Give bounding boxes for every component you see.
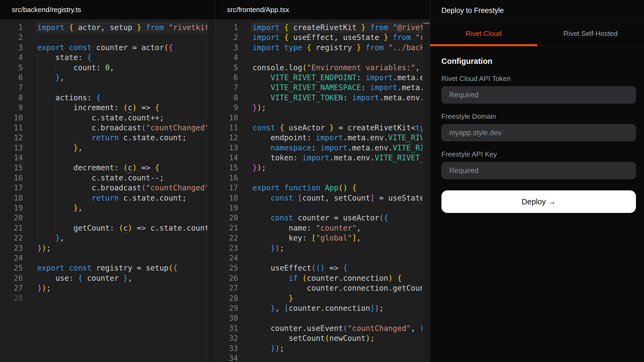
line-number: 8 <box>215 93 238 103</box>
code-line[interactable]: 12 return c.state.count; <box>0 133 215 143</box>
code-line[interactable]: 6 VITE_RIVET_ENDPOINT: import.meta.env.V… <box>215 73 430 83</box>
code-line[interactable]: 17 c.broadcast("countChanged", c.state.c… <box>0 183 215 193</box>
code-line[interactable]: 33 }); <box>215 343 430 353</box>
code-line[interactable]: 16 <box>215 173 430 183</box>
line-number: 30 <box>215 313 238 323</box>
code-line[interactable]: 1import { actor, setup } from "rivetkit"… <box>0 23 215 32</box>
code-line[interactable]: 24 <box>0 253 215 263</box>
code-line[interactable]: 2import { useEffect, useState } from "re… <box>215 32 430 42</box>
vertical-scrollbar[interactable] <box>207 19 215 362</box>
code-text: c.broadcast("countChanged", c.state.coun… <box>36 123 207 133</box>
line-number: 12 <box>215 133 238 143</box>
code-line[interactable]: 5console.log("Environment variables:", { <box>215 63 430 73</box>
code-line[interactable]: 1import { createRivetKit } from "@rivetk… <box>215 23 430 32</box>
code-line[interactable]: 23 }); <box>215 243 430 253</box>
code-text: c.state.count--; <box>36 173 207 183</box>
freestyle-domain-input[interactable] <box>441 124 636 141</box>
code-line[interactable]: 5 count: 0, <box>0 63 215 73</box>
code-line[interactable]: 12 endpoint: import.meta.env.VITE_RIVET_… <box>215 133 430 143</box>
code-text: c.broadcast("countChanged", c.state.coun… <box>36 183 207 193</box>
code-line[interactable]: 14 token: import.meta.env.VITE_RIVET_TOK… <box>215 153 430 163</box>
line-number: 33 <box>215 343 238 353</box>
code-line[interactable]: 26 if (counter.connection) { <box>215 273 430 283</box>
file-title-app: src/frontend/App.tsx <box>215 0 430 19</box>
code-line[interactable]: 2 <box>0 32 215 42</box>
code-line[interactable]: 8 VITE_RIVET_TOKEN: import.meta.env.VITE… <box>215 93 430 103</box>
code-text: name: "counter", <box>251 223 423 233</box>
tab-rivet-self-hosted[interactable]: Rivet Self-Hosted <box>537 21 644 46</box>
code-text: }, <box>36 143 207 153</box>
code-line[interactable]: 7 <box>0 83 215 93</box>
editor-panel-registry: src/backend/registry.ts 1import { actor,… <box>0 0 215 362</box>
code-line[interactable]: 11 c.broadcast("countChanged", c.state.c… <box>0 123 215 133</box>
code-line[interactable]: 14 <box>0 153 215 163</box>
code-line[interactable]: 7 VITE_RIVET_NAMESPACE: import.meta.env.… <box>215 83 430 93</box>
code-line[interactable]: 27}); <box>0 283 215 293</box>
code-line[interactable]: 20 <box>0 213 215 223</box>
code-line[interactable]: 15}); <box>215 163 430 173</box>
code-line[interactable]: 30 <box>215 313 430 323</box>
code-text: use: { counter }, <box>36 273 207 283</box>
code-line[interactable]: 3export const counter = actor({ <box>0 43 215 53</box>
code-line[interactable]: 21 getCount: (c) => c.state.count, <box>0 223 215 233</box>
code-line[interactable]: 23}); <box>0 243 215 253</box>
code-line[interactable]: 28 <box>0 293 215 303</box>
line-number: 2 <box>0 32 23 42</box>
code-editor-app[interactable]: 1import { createRivetKit } from "@rivetk… <box>215 19 430 362</box>
code-line[interactable]: 6 }, <box>0 73 215 83</box>
deploy-button[interactable]: Deploy → <box>441 190 636 213</box>
code-line[interactable]: 20 const counter = useActor({ <box>215 213 430 223</box>
code-line[interactable]: 25export const registry = setup({ <box>0 263 215 273</box>
code-text <box>251 113 423 123</box>
code-line[interactable]: 13 }, <box>0 143 215 153</box>
code-line[interactable]: 31 counter.useEvent("countChanged", (new… <box>215 323 430 333</box>
code-line[interactable]: 3import type { registry } from "../backe… <box>215 43 430 53</box>
code-line[interactable]: 18 return c.state.count; <box>0 193 215 203</box>
line-number: 17 <box>0 183 23 193</box>
code-line[interactable]: 9 increment: (c) => { <box>0 103 215 113</box>
line-number: 29 <box>215 303 238 313</box>
line-number: 28 <box>0 293 23 303</box>
code-line[interactable]: 4 state: { <box>0 53 215 62</box>
vertical-scrollbar[interactable] <box>422 19 430 362</box>
freestyle-api-key-input[interactable] <box>441 162 636 179</box>
code-line[interactable]: 15 decrement: (c) => { <box>0 163 215 173</box>
freestyle-api-key-label: Freestyle API Key <box>441 150 636 158</box>
code-line[interactable]: 25 useEffect(() => { <box>215 263 430 273</box>
code-line[interactable]: 11const { useActor } = createRivetKit<ty… <box>215 123 430 133</box>
code-line[interactable]: 24 <box>215 253 430 263</box>
line-number: 14 <box>0 153 23 163</box>
code-line[interactable]: 10 <box>215 113 430 123</box>
line-number: 31 <box>215 323 238 333</box>
code-line[interactable]: 19 <box>215 203 430 213</box>
line-number: 17 <box>215 183 238 193</box>
code-line[interactable]: 21 name: "counter", <box>215 223 430 233</box>
code-line[interactable]: 27 counter.connection.getCount().then(se… <box>215 283 430 293</box>
code-text: actions: { <box>36 93 207 103</box>
code-line[interactable]: 17export function App() { <box>215 183 430 193</box>
code-line[interactable]: 9}); <box>215 103 430 113</box>
code-line[interactable]: 34 <box>215 353 430 362</box>
code-line[interactable]: 8 actions: { <box>0 93 215 103</box>
line-number: 9 <box>215 103 238 113</box>
deploy-form: Configuration Rivet Cloud API Token Free… <box>430 46 644 213</box>
code-line[interactable]: 29 }, [counter.connection]); <box>215 303 430 313</box>
code-line[interactable]: 22 }, <box>0 233 215 243</box>
code-editor-registry[interactable]: 1import { actor, setup } from "rivetkit"… <box>0 19 215 362</box>
code-line[interactable]: 18 const [count, setCount] = useState(0)… <box>215 193 430 203</box>
line-number: 18 <box>0 193 23 203</box>
code-line[interactable]: 4 <box>215 53 430 62</box>
code-line[interactable]: 26 use: { counter }, <box>0 273 215 283</box>
line-number: 22 <box>215 233 238 243</box>
tab-rivet-cloud[interactable]: Rivet Cloud <box>430 21 537 46</box>
code-line[interactable]: 16 c.state.count--; <box>0 173 215 183</box>
code-text: import { createRivetKit } from "@rivetki… <box>251 23 423 32</box>
api-token-input[interactable] <box>441 86 636 104</box>
code-line[interactable]: 19 }, <box>0 203 215 213</box>
code-line[interactable]: 22 key: ["global"], <box>215 233 430 243</box>
code-line[interactable]: 28 } <box>215 293 430 303</box>
code-line[interactable]: 13 namespace: import.meta.env.VITE_RIVET… <box>215 143 430 153</box>
code-line[interactable]: 10 c.state.count++; <box>0 113 215 123</box>
code-line[interactable]: 32 setCount(newCount); <box>215 333 430 343</box>
code-text: if (counter.connection) { <box>251 273 423 283</box>
